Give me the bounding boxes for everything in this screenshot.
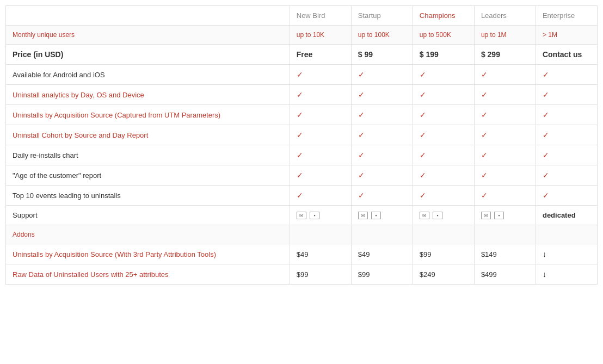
plan-leaders-header: Leaders xyxy=(474,6,536,26)
feature-row-reinstalls: Daily re-installs chart ✓ ✓ ✓ ✓ ✓ xyxy=(6,145,598,165)
email-icon-2: ✉ xyxy=(358,212,368,219)
check-reinstalls-1: ✓ xyxy=(290,145,351,165)
check-acq-3: ✓ xyxy=(413,105,474,125)
chat-icon: ▪ xyxy=(310,212,319,219)
download-icon-1: ↓ xyxy=(543,250,546,258)
users-leaders: up to 1M xyxy=(474,26,536,45)
addons-header-row: Addons xyxy=(6,225,598,244)
uninstall-analytics-link[interactable]: Uninstall analytics by Day, OS and Devic… xyxy=(13,91,144,99)
users-champions: up to 500K xyxy=(413,26,474,45)
check-reinstalls-5: ✓ xyxy=(536,145,597,165)
check-top10-5: ✓ xyxy=(536,186,597,206)
addons-col-3 xyxy=(413,225,474,244)
check-cohort-4: ✓ xyxy=(474,125,536,145)
addon-1-link[interactable]: Uninstalls by Acquisition Source (With 3… xyxy=(13,250,216,258)
feature-uninstall-analytics-label: Uninstall analytics by Day, OS and Devic… xyxy=(6,85,290,105)
users-startup: up to 100K xyxy=(351,26,413,45)
addon-2-price-3: $249 xyxy=(413,264,474,285)
support-icons-1: ✉ ▪ xyxy=(297,212,344,219)
feature-age-label: "Age of the customer" report xyxy=(6,165,290,186)
feature-row-uninstall-cohort: Uninstall Cohort by Source and Day Repor… xyxy=(6,125,598,145)
check-top10-2: ✓ xyxy=(351,186,413,206)
users-feature-label: Monthly unique users xyxy=(6,26,290,45)
addon-2-label: Raw Data of Uninstalled Users with 25+ a… xyxy=(6,264,290,285)
addon-2-price-1: $99 xyxy=(290,264,351,285)
check-android-5: ✓ xyxy=(536,65,597,85)
support-startup: ✉ ▪ xyxy=(351,206,413,225)
check-ua-5: ✓ xyxy=(536,85,597,105)
check-ua-2: ✓ xyxy=(351,85,413,105)
check-top10-3: ✓ xyxy=(413,186,474,206)
support-row: Support ✉ ▪ ✉ ▪ ✉ ▪ xyxy=(6,206,598,225)
plan-new-bird-header: New Bird xyxy=(290,6,351,26)
check-android-4: ✓ xyxy=(474,65,536,85)
feature-row-android: Available for Android and iOS ✓ ✓ ✓ ✓ ✓ xyxy=(6,65,598,85)
users-new-bird: up to 10K xyxy=(290,26,351,45)
check-acq-1: ✓ xyxy=(290,105,351,125)
addons-col-1 xyxy=(290,225,351,244)
check-ua-4: ✓ xyxy=(474,85,536,105)
email-icon: ✉ xyxy=(297,212,306,219)
addon-1-enterprise: ↓ xyxy=(536,244,597,264)
uninstalls-acquisition-link[interactable]: Uninstalls by Acquisition Source (Captur… xyxy=(13,111,220,119)
support-new-bird: ✉ ▪ xyxy=(290,206,351,225)
check-age-5: ✓ xyxy=(536,165,597,186)
support-icons-3: ✉ ▪ xyxy=(420,212,467,219)
feature-col-header xyxy=(6,6,290,26)
check-cohort-3: ✓ xyxy=(413,125,474,145)
check-reinstalls-2: ✓ xyxy=(351,145,413,165)
addons-col-2 xyxy=(351,225,413,244)
check-ua-1: ✓ xyxy=(290,85,351,105)
check-reinstalls-4: ✓ xyxy=(474,145,536,165)
users-enterprise: > 1M xyxy=(536,26,597,45)
plan-enterprise-header: Enterprise xyxy=(536,6,597,26)
addon-2-enterprise: ↓ xyxy=(536,264,597,285)
price-enterprise: Contact us xyxy=(536,45,597,65)
price-startup: $ 99 xyxy=(351,45,413,65)
addon-2-price-2: $99 xyxy=(351,264,413,285)
check-age-1: ✓ xyxy=(290,165,351,186)
addon-1-price-3: $99 xyxy=(413,244,474,264)
check-top10-4: ✓ xyxy=(474,186,536,206)
uninstall-cohort-link[interactable]: Uninstall Cohort by Source and Day Repor… xyxy=(13,131,148,139)
email-icon-4: ✉ xyxy=(481,212,491,219)
support-enterprise: dedicated xyxy=(536,206,597,225)
header-row: New Bird Startup Champions Leaders Enter… xyxy=(6,6,598,26)
price-row: Price (in USD) Free $ 99 $ 199 $ 299 Con… xyxy=(6,45,598,65)
feature-reinstalls-label: Daily re-installs chart xyxy=(6,145,290,165)
addon-2-link[interactable]: Raw Data of Uninstalled Users with 25+ a… xyxy=(13,270,169,279)
check-android-2: ✓ xyxy=(351,65,413,85)
price-champions: $ 199 xyxy=(413,45,474,65)
check-age-2: ✓ xyxy=(351,165,413,186)
users-row: Monthly unique users up to 10K up to 100… xyxy=(6,26,598,45)
addon-1-label: Uninstalls by Acquisition Source (With 3… xyxy=(6,244,290,264)
check-top10-1: ✓ xyxy=(290,186,351,206)
addon-row-1: Uninstalls by Acquisition Source (With 3… xyxy=(6,244,598,264)
addons-label: Addons xyxy=(6,225,290,244)
addon-1-price-1: $49 xyxy=(290,244,351,264)
plan-startup-header: Startup xyxy=(351,6,413,26)
check-ua-3: ✓ xyxy=(413,85,474,105)
support-icons-2: ✉ ▪ xyxy=(358,212,406,219)
chat-icon-4: ▪ xyxy=(494,212,504,219)
plan-champions-header: Champions xyxy=(413,6,474,26)
feature-uninstall-cohort-label: Uninstall Cohort by Source and Day Repor… xyxy=(6,125,290,145)
addon-row-2: Raw Data of Uninstalled Users with 25+ a… xyxy=(6,264,598,285)
addon-1-price-2: $49 xyxy=(351,244,413,264)
feature-row-uninstall-analytics: Uninstall analytics by Day, OS and Devic… xyxy=(6,85,598,105)
price-new-bird: Free xyxy=(290,45,351,65)
price-label: Price (in USD) xyxy=(6,45,290,65)
addons-col-4 xyxy=(474,225,536,244)
check-android-3: ✓ xyxy=(413,65,474,85)
check-cohort-5: ✓ xyxy=(536,125,597,145)
feature-row-top10: Top 10 events leading to uninstalls ✓ ✓ … xyxy=(6,186,598,206)
feature-top10-label: Top 10 events leading to uninstalls xyxy=(6,186,290,206)
pricing-table: New Bird Startup Champions Leaders Enter… xyxy=(5,5,598,285)
check-age-4: ✓ xyxy=(474,165,536,186)
pricing-table-wrapper: New Bird Startup Champions Leaders Enter… xyxy=(0,0,603,290)
check-acq-5: ✓ xyxy=(536,105,597,125)
addon-2-price-4: $499 xyxy=(474,264,536,285)
chat-icon-3: ▪ xyxy=(433,212,442,219)
email-icon-3: ✉ xyxy=(420,212,429,219)
feature-android-label: Available for Android and iOS xyxy=(6,65,290,85)
